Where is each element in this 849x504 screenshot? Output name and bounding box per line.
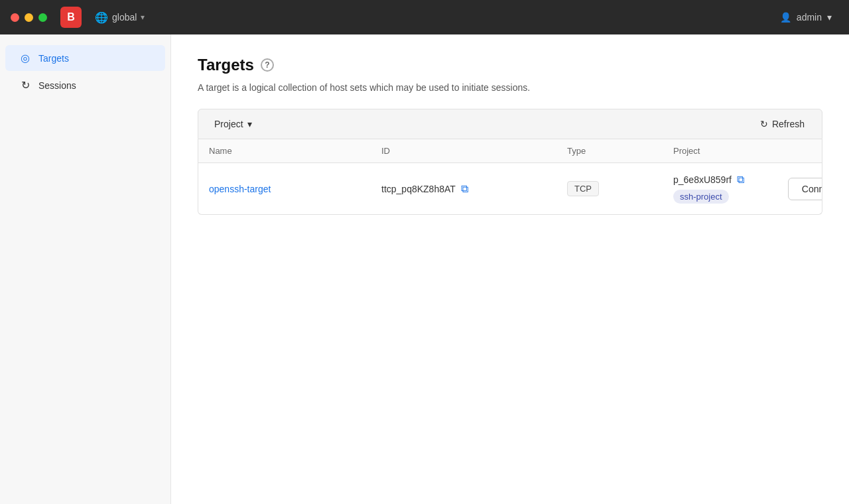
globe-icon: 🌐 [95, 11, 108, 24]
type-cell: TCP [567, 181, 673, 196]
project-id-row: p_6e8xU859rf ⧉ [673, 174, 744, 186]
sessions-icon: ↻ [19, 79, 32, 92]
traffic-light-maximize[interactable] [38, 13, 47, 22]
sidebar-item-label: Sessions [38, 80, 76, 91]
admin-chevron-icon: ▾ [827, 12, 832, 23]
sidebar-item-sessions[interactable]: ↻ Sessions [5, 72, 165, 98]
admin-label: admin [797, 12, 822, 23]
filter-chevron-icon: ▾ [247, 119, 252, 129]
targets-icon: ◎ [19, 52, 32, 64]
traffic-light-minimize[interactable] [25, 13, 33, 22]
col-project: Project [673, 146, 705, 156]
refresh-button[interactable]: ↻ Refresh [753, 116, 811, 132]
app-logo: B [60, 7, 82, 28]
chevron-down-icon: ▾ [141, 13, 145, 22]
toolbar: Project ▾ ↻ Refresh [198, 109, 822, 139]
col-action [705, 146, 811, 156]
data-table: Name ID Type Project openssh-target ttcp… [198, 139, 822, 215]
col-id: ID [381, 146, 567, 156]
project-id-value: p_6e8xU859rf [673, 174, 732, 185]
project-cell: p_6e8xU859rf ⧉ ssh-project [673, 174, 744, 204]
main-content: Targets ? A target is a logical collecti… [171, 34, 849, 504]
sidebar-item-targets[interactable]: ◎ Targets [5, 45, 165, 71]
target-id: ttcp_pq8KZ8h8AT [381, 184, 456, 194]
global-label: global [112, 12, 137, 23]
traffic-light-close[interactable] [11, 13, 19, 22]
target-name-link[interactable]: openssh-target [209, 184, 271, 194]
action-cell: Connect [744, 178, 822, 200]
project-filter[interactable]: Project ▾ [209, 116, 257, 132]
type-badge: TCP [567, 181, 599, 196]
id-cell: ttcp_pq8KZ8h8AT ⧉ [381, 183, 567, 195]
col-name: Name [209, 146, 381, 156]
table-header: Name ID Type Project [198, 139, 822, 163]
page-title: Targets [198, 56, 254, 74]
sidebar-item-label: Targets [38, 53, 69, 64]
col-type: Type [567, 146, 673, 156]
app-body: ◎ Targets ↻ Sessions Targets ? A target … [0, 34, 849, 504]
user-menu[interactable]: 👤 admin ▾ [773, 9, 838, 25]
table-row: openssh-target ttcp_pq8KZ8h8AT ⧉ TCP p_6… [198, 163, 822, 214]
page-header: Targets ? [198, 56, 822, 74]
refresh-icon: ↻ [760, 119, 768, 129]
global-selector[interactable]: 🌐 global ▾ [90, 9, 150, 27]
titlebar-left: B 🌐 global ▾ [11, 7, 150, 28]
titlebar: B 🌐 global ▾ 👤 admin ▾ [0, 0, 849, 34]
refresh-label: Refresh [772, 119, 805, 129]
copy-project-icon[interactable]: ⧉ [737, 174, 744, 186]
project-tag: ssh-project [673, 190, 729, 204]
copy-id-icon[interactable]: ⧉ [461, 183, 468, 195]
user-icon: 👤 [780, 12, 791, 23]
target-name-cell: openssh-target [209, 183, 381, 195]
traffic-lights [11, 13, 47, 22]
sidebar: ◎ Targets ↻ Sessions [0, 34, 171, 504]
connect-button[interactable]: Connect [788, 178, 822, 200]
page-description: A target is a logical collection of host… [198, 82, 822, 93]
filter-label: Project [214, 119, 243, 129]
help-icon[interactable]: ? [261, 58, 274, 72]
